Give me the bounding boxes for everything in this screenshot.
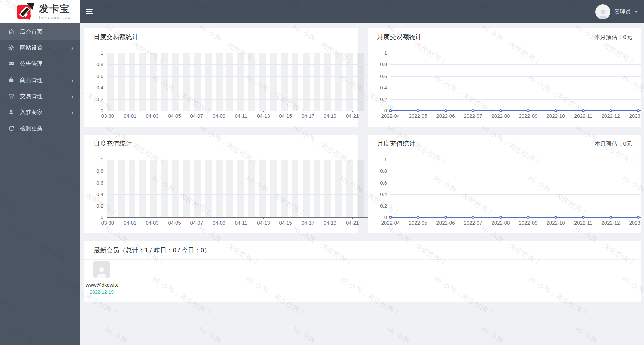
member-avatar <box>93 261 110 278</box>
chevron-down-icon <box>635 11 638 13</box>
merchant-icon <box>8 109 15 115</box>
svg-text:NEW: NEW <box>9 63 14 65</box>
month-estimate-label: 本月预估：0元 <box>595 33 632 41</box>
card-header: 最新会员（总计：1 / 昨日：0 / 今日：0） <box>84 241 641 260</box>
refresh-icon <box>8 125 15 132</box>
chevron-right-icon: › <box>71 109 73 115</box>
sidebar-item-label: 网站设置 <box>20 44 43 52</box>
daily-trade-card: 日度交易额统计 10.80.60.40.2003-3004-0104-0304-… <box>84 28 358 127</box>
member-item[interactable]: www@dkewl.com 2022-12-19 <box>85 261 119 295</box>
chevron-right-icon: › <box>71 45 73 51</box>
monthly-trade-chart-canvas: 10.80.60.40.202022-042022-052022-062022-… <box>390 53 641 111</box>
card-header: 月度充值统计 本月预估：0元 <box>368 135 641 153</box>
person-icon <box>597 8 609 19</box>
sidebar-item-check-update[interactable]: 检测更新 <box>0 120 80 136</box>
card-header: 日度交易额统计 <box>84 28 358 46</box>
sidebar-item-label: 后台首页 <box>20 28 43 36</box>
monthly-recharge-chart-canvas: 10.80.60.40.202022-042022-052022-062022-… <box>390 160 641 217</box>
latest-members-title: 最新会员（总计：1 / 昨日：0 / 今日：0） <box>94 246 211 255</box>
monthly-recharge-card: 月度充值统计 本月预估：0元 10.80.60.40.202022-042022… <box>368 135 641 233</box>
chevron-right-icon: › <box>71 93 73 99</box>
cart-icon <box>8 93 15 99</box>
gear-icon <box>8 44 15 51</box>
card-title: 月度充值统计 <box>377 139 415 148</box>
card-header: 月度交易额统计 本月预估：0元 <box>368 28 641 46</box>
card-title: 日度充值统计 <box>94 139 132 148</box>
card-title: 日度交易额统计 <box>94 33 138 41</box>
sidebar-item-label: 商品管理 <box>20 76 43 84</box>
sidebar-item-label: 入驻商家 <box>20 108 43 116</box>
user-menu[interactable]: 管理员 <box>593 0 641 23</box>
sidebar-toggle-button[interactable] <box>86 9 94 15</box>
month-estimate-label: 本月预估：0元 <box>595 140 632 148</box>
new-badge-icon: NEW <box>8 60 15 67</box>
card-header: 日度充值统计 <box>84 135 358 153</box>
sidebar-item-products[interactable]: 商品管理 › <box>0 72 80 88</box>
monthly-trade-card: 月度交易额统计 本月预估：0元 10.80.60.40.202022-04202… <box>368 28 641 127</box>
user-avatar <box>595 4 610 19</box>
logo-icon <box>16 2 36 21</box>
member-email: www@dkewl.com <box>86 282 118 288</box>
bag-icon <box>8 77 15 83</box>
logo-name: 发卡宝 <box>39 4 71 14</box>
home-icon <box>8 28 15 35</box>
sidebar-item-label: 交易管理 <box>20 92 43 100</box>
sidebar-item-label: 检测更新 <box>20 125 43 132</box>
logo[interactable]: 发卡宝 fakabao.top <box>0 0 80 23</box>
daily-recharge-chart-canvas: 10.80.60.40.2003-3004-0104-0304-0504-070… <box>107 160 368 218</box>
person-icon <box>95 265 108 278</box>
username-label: 管理员 <box>614 8 631 15</box>
daily-recharge-card: 日度充值统计 10.80.60.40.2003-3004-0104-0304-0… <box>84 135 358 233</box>
sidebar-item-trades[interactable]: 交易管理 › <box>0 88 80 104</box>
sidebar-item-merchants[interactable]: 入驻商家 › <box>0 104 80 120</box>
sidebar-item-announcements[interactable]: NEW 公告管理 <box>0 56 80 72</box>
logo-domain: fakabao.top <box>39 15 71 19</box>
latest-members-card: 最新会员（总计：1 / 昨日：0 / 今日：0） www@dkewl.com 2… <box>84 241 641 302</box>
sidebar-item-label: 公告管理 <box>20 60 43 68</box>
card-title: 月度交易额统计 <box>377 33 422 41</box>
sidebar-item-home[interactable]: 后台首页 <box>0 23 80 40</box>
top-navbar: 管理员 <box>0 0 644 23</box>
admin-dashboard: 管理员 发卡宝 fakabao.top 后台首页 网站设置 › NEW <box>0 0 644 345</box>
chevron-right-icon: › <box>71 77 73 83</box>
member-date: 2022-12-19 <box>85 289 119 295</box>
sidebar-item-site-settings[interactable]: 网站设置 › <box>0 40 80 56</box>
sidebar: 后台首页 网站设置 › NEW 公告管理 商品管理 › 交易管理 › 入驻商家 … <box>0 23 80 345</box>
hamburger-icon <box>86 9 93 10</box>
daily-trade-chart-canvas: 10.80.60.40.2003-3004-0104-0304-0504-070… <box>107 53 368 111</box>
